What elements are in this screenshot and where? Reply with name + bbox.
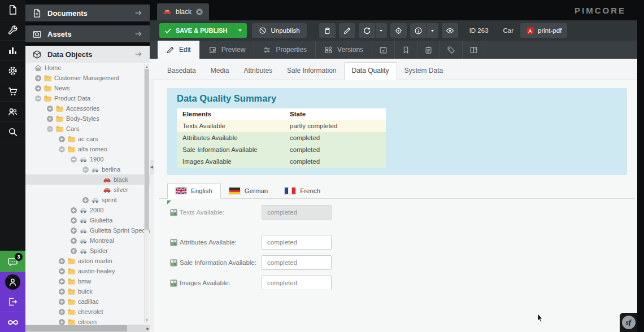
field-input-images-available[interactable] [262,276,332,290]
calcfield-icon [169,259,178,267]
object-type: Car [503,27,514,34]
sidebar-chat-button[interactable]: 3 [0,251,25,272]
info-dropdown[interactable] [427,23,438,38]
scroll-right-icon[interactable]: ▶ [146,325,149,332]
target-icon [394,27,403,35]
save-options-dropdown[interactable] [233,23,247,38]
tree-item-home[interactable]: Home [25,63,150,73]
tree-item-1900[interactable]: 1900 [25,154,150,164]
view-tab-calendar[interactable] [372,41,395,59]
content-tab-basedata[interactable]: Basedata [160,63,203,80]
tree-item-austin-healey[interactable]: austin-healey [25,266,150,276]
tree-item-bmw[interactable]: bmw [25,276,150,286]
sidebar-wrench-button[interactable] [0,20,25,41]
locate-in-tree-button[interactable] [390,23,407,38]
scrollbar-thumb[interactable] [25,325,127,331]
sidebar-logout-button[interactable] [0,292,25,312]
view-tab-clipboard[interactable] [417,41,440,59]
tree-item-news[interactable]: News [25,83,150,93]
field-input-attributes-available[interactable] [262,235,332,250]
tree-item-montreal[interactable]: Montreal [25,235,150,246]
scrollbar-thumb[interactable] [145,69,149,230]
print-pdf-button[interactable]: print-pdf [520,23,567,38]
tree-item-black[interactable]: black [25,174,150,185]
summary-element: Attributes Available [177,132,284,144]
view-tab-edit[interactable]: Edit [158,41,200,59]
language-tab-english[interactable]: English [167,183,221,199]
save-publish-button[interactable]: SAVE & PUBLISH [159,23,247,38]
view-tab-tag[interactable] [440,41,463,59]
tree-item-aston-martin[interactable]: aston martin [25,256,150,266]
tree-item-berlina[interactable]: berlina [25,164,150,174]
tree-item-citroen[interactable]: citroen [25,317,150,325]
sidebar-person-button[interactable] [0,272,25,292]
view-tab-versions[interactable]: Versions [316,41,372,59]
content-tab-attributes[interactable]: Attributes [236,63,280,80]
language-tab-french[interactable]: French [276,183,329,199]
collapse-tree-handle[interactable]: ◀ [150,160,154,174]
content-tab-data-quality[interactable]: Data Quality [344,62,397,80]
arrow-right-icon [134,8,143,18]
tree-item-silver[interactable]: silver [25,185,150,195]
rename-button[interactable] [339,23,355,38]
open-preview-button[interactable] [442,23,458,38]
content-tab-system-data[interactable]: System Data [397,63,451,80]
sidebar-file-button[interactable] [0,0,25,20]
tree-item-spider[interactable]: Spider [25,246,150,256]
language-tab-german[interactable]: German [221,183,277,199]
reload-button[interactable] [359,23,387,38]
reload-icon [363,27,371,35]
tree-item-buick[interactable]: buick [25,286,150,296]
accordion-assets[interactable]: Assets [25,25,150,42]
view-tab-bookmark[interactable] [395,41,417,59]
tree-item-accessories[interactable]: Accessories [25,103,150,113]
panel-splitter[interactable]: ◀ [150,80,154,332]
tree-item-alfa-romeo[interactable]: alfa romeo [25,144,150,154]
accordion-documents[interactable]: Documents [25,5,150,21]
tree-item-giulietta[interactable]: Giulietta [25,215,150,225]
field-list: Texts Available:Attributes Available:Sal… [169,205,637,290]
tree-item-body-styles[interactable]: Body-Styles [25,113,150,124]
scroll-down-icon[interactable]: ▼ [145,318,149,322]
summary-column-state: State [284,108,386,120]
object-id: ID 263 [469,27,489,34]
object-tab-black[interactable]: black [157,3,209,20]
reload-dropdown[interactable] [375,23,387,38]
content-tab-sale-information[interactable]: Sale Information [280,63,343,80]
tree-item-gulietta-sprint-specia[interactable]: Gulietta Sprint Specia [25,225,150,235]
field-input-sale-information-available[interactable] [262,255,332,270]
tree-item-cadillac[interactable]: cadillac [25,296,150,307]
sidebar-search-button[interactable] [0,122,25,142]
tree-item-product-data[interactable]: Product Data [25,93,150,103]
info-button[interactable] [410,23,438,38]
field-input-texts-available[interactable] [262,205,332,220]
accordion-data-objects[interactable]: Data Objects [25,46,150,63]
symfony-icon: sf [622,316,636,329]
scroll-up-icon[interactable]: ▲ [145,64,149,69]
delete-button[interactable] [319,23,336,38]
sidebar-users-button[interactable] [0,102,25,122]
unpublish-button[interactable]: Unpublish [252,23,306,38]
tree-item-chevrolet[interactable]: chevrolet [25,307,150,317]
person-icon [7,277,18,287]
sidebar-gear-button[interactable] [0,61,25,81]
sidebar-chart-button[interactable] [0,41,25,61]
view-tab-properties[interactable]: Properties [254,41,316,59]
tree-item-cars[interactable]: Cars [25,124,150,134]
sidebar-infinity-button[interactable] [0,312,25,332]
tree-item-2000[interactable]: 2000 [25,205,150,215]
sidebar-cart-button[interactable] [0,81,25,102]
symfony-toolbar-button[interactable]: sf [620,313,637,332]
car-gray-icon [79,237,88,245]
view-tab-book[interactable] [463,41,485,59]
data-quality-summary-panel: Data Quality Summary ElementsState Texts… [167,88,627,175]
close-icon[interactable] [195,8,203,16]
tree-item-customer-management[interactable]: Customer Management [25,73,150,83]
tree-vertical-scrollbar[interactable]: ▲ ▼ [144,64,149,323]
plus-icon [57,308,67,316]
tree-horizontal-scrollbar[interactable]: ▶ [25,325,150,332]
tree-item-ac-cars[interactable]: ac cars [25,134,150,144]
view-tab-preview[interactable]: Preview [200,41,255,59]
content-tab-media[interactable]: Media [203,63,237,80]
tree-item-sprint[interactable]: sprint [25,195,150,205]
